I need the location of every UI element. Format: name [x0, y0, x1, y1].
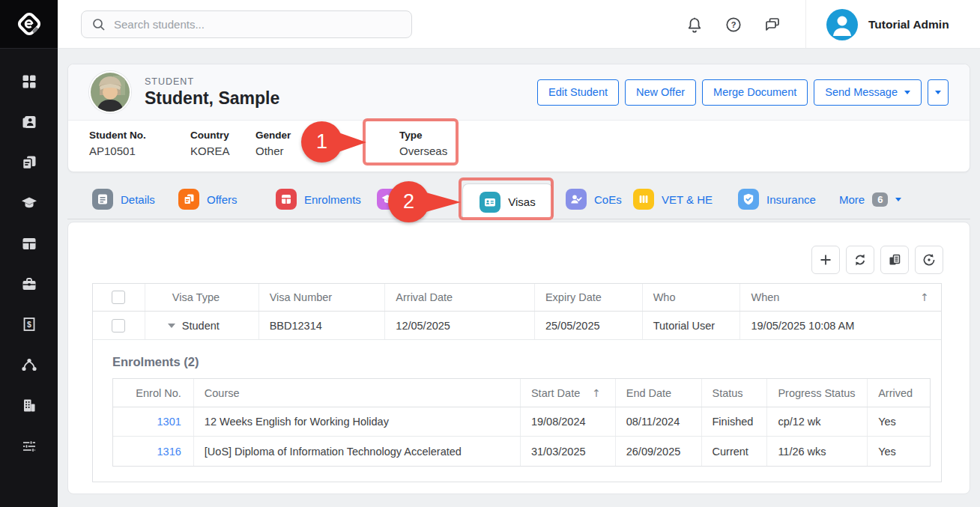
- course-cell: [UoS] Diploma of Information Technology …: [194, 437, 521, 466]
- sidebar-item-offers[interactable]: [14, 154, 44, 171]
- offers-icon: [178, 189, 199, 210]
- merge-document-button[interactable]: Merge Document: [702, 79, 808, 106]
- select-all-checkbox[interactable]: [112, 291, 125, 304]
- refresh-button[interactable]: [846, 246, 874, 274]
- history-icon: [922, 252, 937, 267]
- grid-toolbar: [811, 246, 943, 274]
- tab-coes[interactable]: CoEs: [566, 180, 622, 219]
- student-meta: STUDENT Student, Sample: [145, 76, 279, 109]
- column-header-when[interactable]: When ↑: [740, 284, 941, 311]
- tab-offers[interactable]: Offers: [178, 180, 238, 219]
- sidebar-item-settings[interactable]: [14, 437, 44, 454]
- briefcase-icon: [21, 276, 37, 292]
- arrived-cell: Yes: [868, 437, 930, 466]
- progress-status-cell: cp/12 wk: [767, 407, 868, 436]
- visa-number-cell: BBD12314: [259, 312, 386, 339]
- arrival-date-cell: 12/05/2025: [385, 312, 535, 339]
- search-input[interactable]: [114, 18, 402, 31]
- visa-type-cell: Student: [145, 312, 259, 339]
- sidebar-item-students[interactable]: [14, 114, 44, 130]
- info-student-no: Student No. AP10501: [89, 130, 146, 157]
- topbar: ? Tutorial Admin: [58, 0, 980, 49]
- enrolments-icon: [276, 189, 297, 210]
- page-content: STUDENT Student, Sample Edit Student New…: [58, 49, 980, 507]
- enrol-no-link[interactable]: 1316: [157, 446, 181, 458]
- column-header-status[interactable]: Status: [702, 379, 768, 407]
- arrived-cell: Yes: [868, 407, 930, 436]
- sort-asc-icon: ↑: [592, 387, 601, 399]
- new-offer-button[interactable]: New Offer: [625, 79, 696, 106]
- sidebar-item-timetable[interactable]: [14, 235, 44, 252]
- settings-sliders-icon: [21, 437, 37, 454]
- tab-visas-active[interactable]: Visas: [462, 183, 553, 219]
- topbar-actions: ?: [686, 0, 781, 49]
- entity-type-label: STUDENT: [145, 76, 279, 87]
- enrolment-row: 1316 [UoS] Diploma of Information Techno…: [113, 437, 930, 466]
- visa-table: Visa Type Visa Number Arrival Date Expir…: [92, 283, 942, 482]
- column-header-progress-status[interactable]: Progress Status: [767, 379, 868, 407]
- student-header-card: STUDENT Student, Sample Edit Student New…: [67, 64, 970, 172]
- row-checkbox[interactable]: [112, 319, 125, 333]
- sidebar-item-organisation[interactable]: [14, 397, 44, 413]
- tab-insurance[interactable]: Insurance: [738, 180, 816, 219]
- column-header-visa-number[interactable]: Visa Number: [259, 284, 386, 311]
- sidebar-item-employment[interactable]: [14, 276, 44, 292]
- add-visa-button[interactable]: [811, 246, 840, 274]
- column-header-who[interactable]: Who: [643, 284, 741, 311]
- bell-icon[interactable]: [686, 16, 704, 34]
- plus-icon: [818, 252, 833, 267]
- row-expander-icon[interactable]: [168, 324, 175, 328]
- tab-classes-hidden[interactable]: [377, 180, 398, 219]
- column-header-enrol-no[interactable]: Enrol No.: [113, 379, 194, 407]
- app-logo[interactable]: [0, 0, 58, 49]
- status-cell: Current: [702, 437, 768, 466]
- chevron-down-icon: [935, 91, 941, 94]
- insurance-icon: [738, 189, 759, 210]
- export-columns-button[interactable]: [880, 246, 909, 274]
- enrolments-table: Enrol No. Course Start Date ↑ End Date S…: [112, 378, 931, 467]
- column-header-visa-type[interactable]: Visa Type: [145, 284, 259, 311]
- sidebar-item-dashboard[interactable]: [14, 73, 44, 90]
- student-actions: Edit Student New Offer Merge Document Se…: [537, 79, 949, 106]
- refresh-icon: [853, 252, 868, 267]
- help-icon[interactable]: ?: [725, 16, 742, 34]
- enrolments-title: Enrolments (2): [112, 355, 941, 369]
- info-type: Type Overseas: [399, 130, 447, 157]
- column-header-arrived[interactable]: Arrived: [868, 379, 930, 407]
- sidebar-item-finance[interactable]: $: [14, 316, 44, 333]
- end-date-cell: 08/11/2024: [616, 407, 702, 436]
- sidebar-nav: $: [0, 49, 58, 454]
- edit-student-button[interactable]: Edit Student: [537, 79, 619, 106]
- topbar-divider: [805, 0, 806, 48]
- history-button[interactable]: [915, 246, 943, 274]
- column-header-end-date[interactable]: End Date: [616, 379, 702, 407]
- logo-icon: [14, 9, 44, 39]
- tab-more[interactable]: More 6: [839, 180, 901, 219]
- status-cell: Finished: [702, 407, 768, 436]
- send-message-button[interactable]: Send Message: [814, 79, 922, 106]
- enrol-no-link[interactable]: 1301: [157, 416, 181, 428]
- more-actions-dropdown-button[interactable]: [928, 79, 949, 106]
- info-country: Country KOREA: [190, 130, 230, 157]
- visa-table-header: Visa Type Visa Number Arrival Date Expir…: [93, 284, 941, 312]
- column-header-start-date[interactable]: Start Date ↑: [521, 379, 616, 407]
- tab-enrolments[interactable]: Enrolments: [276, 180, 361, 219]
- visas-icon: [480, 192, 500, 213]
- column-header-course[interactable]: Course: [194, 379, 521, 407]
- sidebar-item-agents[interactable]: [14, 356, 44, 373]
- sidebar-item-courses[interactable]: [14, 195, 44, 211]
- column-header-arrival-date[interactable]: Arrival Date: [385, 284, 535, 311]
- visas-panel: Visa Type Visa Number Arrival Date Expir…: [67, 222, 970, 494]
- student-header-top: STUDENT Student, Sample Edit Student New…: [68, 64, 970, 121]
- tab-details[interactable]: Details: [92, 180, 155, 219]
- column-header-expiry-date[interactable]: Expiry Date: [535, 284, 643, 311]
- chat-icon[interactable]: [763, 16, 781, 34]
- enrolments-table-header: Enrol No. Course Start Date ↑ End Date S…: [113, 379, 930, 407]
- details-icon: [92, 189, 113, 210]
- timetable-icon: [21, 235, 37, 252]
- user-avatar: [826, 9, 858, 40]
- person-icon: [826, 9, 858, 40]
- start-date-cell: 31/03/2025: [521, 437, 616, 466]
- user-menu[interactable]: Tutorial Admin: [826, 0, 949, 49]
- tab-vet-he[interactable]: VET & HE: [633, 180, 713, 219]
